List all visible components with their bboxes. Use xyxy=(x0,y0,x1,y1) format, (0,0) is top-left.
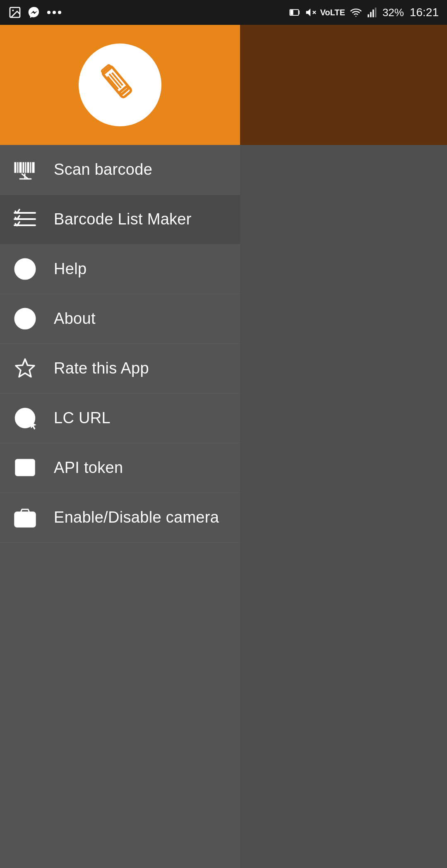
sidebar-item-scan-barcode[interactable]: Scan barcode xyxy=(0,145,240,195)
about-label: About xyxy=(54,310,96,328)
svg-rect-10 xyxy=(368,14,369,17)
svg-point-1 xyxy=(12,10,14,11)
drawer-scrim[interactable] xyxy=(240,25,447,868)
svg-rect-13 xyxy=(375,7,377,17)
status-bar-right: VoLTE 32% 16:21 xyxy=(289,6,439,19)
sidebar-item-barcode-list-maker[interactable]: Barcode List Maker xyxy=(0,195,240,244)
svg-point-41 xyxy=(20,264,30,274)
svg-rect-26 xyxy=(14,162,16,173)
image-icon xyxy=(8,6,22,19)
sidebar-item-rate-app[interactable]: Rate this App xyxy=(0,344,240,393)
svg-marker-49 xyxy=(16,359,34,377)
dots-icon xyxy=(46,6,62,19)
api-token-label: API token xyxy=(54,459,123,477)
svg-point-4 xyxy=(58,11,61,14)
svg-rect-27 xyxy=(17,162,18,173)
svg-marker-54 xyxy=(31,422,36,429)
messenger-icon xyxy=(27,6,41,19)
rate-app-label: Rate this App xyxy=(54,359,149,377)
svg-rect-31 xyxy=(27,162,29,173)
svg-rect-68 xyxy=(30,515,33,518)
svg-point-67 xyxy=(23,517,27,521)
volte-icon: VoLTE xyxy=(320,8,345,17)
svg-rect-11 xyxy=(370,12,372,17)
help-icon xyxy=(12,257,37,282)
info-icon xyxy=(12,306,37,331)
svg-rect-30 xyxy=(25,162,26,173)
api-icon xyxy=(12,456,37,480)
scan-barcode-label: Scan barcode xyxy=(54,161,152,178)
svg-point-60 xyxy=(30,471,32,473)
svg-rect-32 xyxy=(30,162,31,173)
signal-icon xyxy=(367,7,378,18)
globe-icon xyxy=(12,406,37,431)
mute-icon xyxy=(305,7,316,18)
svg-rect-12 xyxy=(372,10,374,17)
navigation-drawer: Scan barcode Barcode List Maker xyxy=(0,25,240,868)
svg-rect-56 xyxy=(18,462,26,464)
list-check-icon xyxy=(12,207,37,232)
battery-percent: 32% xyxy=(382,6,404,19)
barcode-list-maker-label: Barcode List Maker xyxy=(54,210,192,228)
svg-rect-28 xyxy=(19,162,22,173)
svg-point-47 xyxy=(24,313,26,316)
star-icon xyxy=(12,356,37,381)
svg-point-3 xyxy=(53,11,56,14)
battery-icon xyxy=(289,7,300,18)
sidebar-item-camera[interactable]: Enable/Disable camera xyxy=(0,493,240,542)
wifi-icon xyxy=(349,7,363,18)
time-display: 16:21 xyxy=(410,6,439,19)
svg-rect-6 xyxy=(290,10,293,15)
status-bar-left-icons xyxy=(8,6,62,19)
sidebar-item-lc-url[interactable]: LC URL xyxy=(0,393,240,443)
svg-rect-29 xyxy=(23,162,24,173)
sidebar-item-about[interactable]: About xyxy=(0,294,240,344)
sidebar-item-help[interactable]: Help xyxy=(0,244,240,294)
svg-point-2 xyxy=(47,11,50,14)
enable-camera-label: Enable/Disable camera xyxy=(54,509,219,526)
barcode-scan-icon xyxy=(12,157,37,182)
status-bar: VoLTE 32% 16:21 xyxy=(0,0,447,25)
app-logo xyxy=(79,43,161,126)
svg-rect-58 xyxy=(18,468,28,470)
help-label: Help xyxy=(54,260,87,278)
svg-rect-57 xyxy=(18,465,30,467)
sidebar-item-api-token[interactable]: API token xyxy=(0,443,240,493)
drawer-header xyxy=(0,25,240,145)
menu-items-list: Scan barcode Barcode List Maker xyxy=(0,145,240,868)
svg-point-51 xyxy=(20,409,29,428)
svg-point-9 xyxy=(356,16,356,17)
lc-url-label: LC URL xyxy=(54,409,111,427)
svg-rect-33 xyxy=(32,162,34,173)
camera-icon xyxy=(12,505,37,530)
